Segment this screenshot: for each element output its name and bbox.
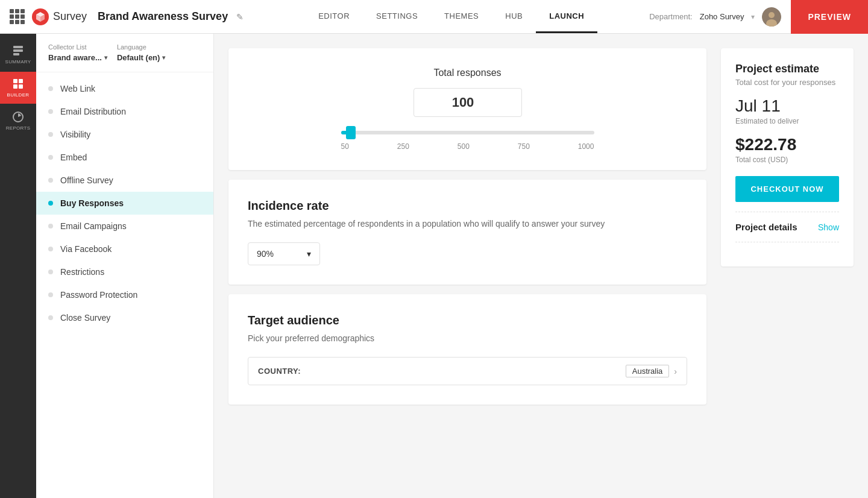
- survey-title: Brand Awareness Survey: [98, 10, 228, 23]
- logo-icon: [31, 8, 49, 26]
- tab-settings[interactable]: SETTINGS: [363, 1, 431, 33]
- nav-dot-email-campaigns: [48, 224, 53, 229]
- incidence-select-chevron-icon: ▾: [307, 249, 311, 259]
- svg-rect-9: [13, 84, 17, 89]
- incidence-rate-select[interactable]: 90% ▾: [248, 242, 320, 265]
- incidence-rate-title: Incidence rate: [248, 199, 687, 213]
- sidebar-nav-item-embed[interactable]: Embed: [36, 146, 213, 169]
- sidebar-nav-item-restrictions[interactable]: Restrictions: [36, 260, 213, 283]
- slider-thumb[interactable]: [346, 126, 356, 139]
- country-tag: Australia: [626, 365, 670, 377]
- top-nav-left: Survey Brand Awareness Survey ✎: [0, 8, 253, 26]
- responses-label: Total responses: [433, 68, 501, 78]
- slider-track-wrap: [341, 127, 594, 139]
- estimate-title: Project estimate: [735, 63, 839, 75]
- slider-container: 50 250 500 750 1000: [341, 127, 594, 151]
- svg-rect-4: [13, 46, 23, 48]
- sidebar-nav-item-password-protection[interactable]: Password Protection: [36, 283, 213, 306]
- slider-mark-1000: 1000: [578, 142, 594, 151]
- sidebar-nav-item-via-facebook[interactable]: Via Facebook: [36, 238, 213, 260]
- total-responses-card: Total responses 50 250 500: [228, 48, 706, 170]
- preview-button[interactable]: PREVIEW: [791, 0, 868, 34]
- main-panel: Total responses 50 250 500: [228, 48, 706, 484]
- country-label: COUNTRY:: [258, 367, 301, 376]
- estimate-deliver-label: Estimated to deliver: [735, 117, 839, 125]
- collector-list-label: Collector List: [48, 43, 107, 51]
- sidebar-nav-item-visibility[interactable]: Visibility: [36, 123, 213, 146]
- top-nav: Survey Brand Awareness Survey ✎ EDITOR S…: [0, 0, 868, 34]
- sidebar-item-summary[interactable]: SUMMARY: [0, 39, 36, 71]
- sidebar-nav-item-close-survey[interactable]: Close Survey: [36, 306, 213, 329]
- collector-list-section: Collector List Brand aware... ▾: [48, 43, 107, 62]
- tab-launch[interactable]: LAUNCH: [536, 1, 597, 33]
- country-row[interactable]: COUNTRY: Australia ›: [248, 357, 687, 385]
- target-audience-desc: Pick your preferred demographics: [248, 332, 687, 345]
- language-label: Language: [117, 43, 166, 51]
- sidebar-item-reports[interactable]: REPORTS: [0, 105, 36, 137]
- country-value: Australia ›: [626, 365, 677, 377]
- country-chevron-icon: ›: [674, 367, 677, 376]
- checkout-button[interactable]: CHECKOUT NOW: [735, 176, 839, 202]
- target-audience-title: Target audience: [248, 314, 687, 327]
- avatar-image: [762, 7, 781, 27]
- sidebar-nav: Web Link Email Distribution Visibility E…: [36, 72, 213, 498]
- edit-icon[interactable]: ✎: [236, 12, 244, 22]
- nav-dot-email-distribution: [48, 109, 53, 114]
- incidence-rate-desc: The estimated percentage of respondents …: [248, 218, 687, 230]
- target-audience-card: Target audience Pick your preferred demo…: [228, 294, 706, 405]
- estimate-price: $222.78: [735, 135, 839, 154]
- main-layout: SUMMARY BUILDER REPORTS Collector List: [0, 34, 868, 498]
- responses-input[interactable]: [414, 88, 522, 117]
- sidebar-item-builder[interactable]: BUILDER: [0, 72, 36, 104]
- svg-rect-5: [13, 49, 23, 52]
- sidebar-nav-item-offline-survey[interactable]: Offline Survey: [36, 169, 213, 192]
- top-nav-right: Department: Zoho Survey ▾: [649, 7, 791, 27]
- slider-mark-500: 500: [458, 142, 470, 151]
- tab-themes[interactable]: THEMES: [431, 1, 492, 33]
- dept-chevron-icon: ▾: [751, 13, 755, 21]
- sidebar-header: Collector List Brand aware... ▾ Language…: [36, 34, 213, 72]
- department-label: Department:: [649, 12, 693, 21]
- icon-sidebar: SUMMARY BUILDER REPORTS: [0, 34, 36, 498]
- sidebar-nav-item-email-distribution[interactable]: Email Distribution: [36, 100, 213, 123]
- nav-dot-embed: [48, 155, 53, 160]
- grid-icon[interactable]: [10, 9, 25, 25]
- project-details-show[interactable]: Show: [818, 222, 839, 232]
- svg-rect-6: [13, 53, 19, 55]
- collector-dropdown-chevron-icon: ▾: [104, 54, 107, 61]
- collector-list-dropdown[interactable]: Brand aware... ▾: [48, 53, 107, 62]
- nav-dot-restrictions: [48, 269, 53, 274]
- estimate-subtitle: Total cost for your responses: [735, 78, 839, 87]
- incidence-rate-card: Incidence rate The estimated percentage …: [228, 180, 706, 285]
- tab-editor[interactable]: EDITOR: [305, 1, 363, 33]
- nav-dot-via-facebook: [48, 247, 53, 251]
- language-dropdown-chevron-icon: ▾: [162, 54, 165, 61]
- reports-icon: [12, 111, 24, 123]
- sidebar-nav-item-buy-responses[interactable]: Buy Responses: [36, 192, 213, 215]
- department-select[interactable]: Zoho Survey: [700, 12, 744, 21]
- avatar[interactable]: [762, 7, 781, 27]
- slider-mark-50: 50: [341, 142, 349, 151]
- sidebar-nav-item-email-campaigns[interactable]: Email Campaigns: [36, 215, 213, 238]
- slider-track: [341, 131, 594, 134]
- divider-bottom: [735, 242, 839, 242]
- nav-dot-offline-survey: [48, 178, 53, 183]
- divider: [735, 212, 839, 212]
- estimate-date: Jul 11: [735, 96, 839, 116]
- nav-dot-buy-responses: [48, 201, 53, 206]
- content-area: Total responses 50 250 500: [214, 34, 868, 498]
- project-details-row: Project details Show: [735, 222, 839, 232]
- summary-icon: [12, 45, 24, 57]
- incidence-rate-value: 90%: [257, 249, 274, 259]
- responses-section: Total responses 50 250 500: [248, 68, 687, 151]
- tab-hub[interactable]: HUB: [492, 1, 536, 33]
- svg-point-2: [769, 12, 775, 18]
- svg-rect-7: [13, 79, 17, 83]
- sidebar-nav-item-web-link[interactable]: Web Link: [36, 77, 213, 100]
- svg-rect-10: [19, 84, 23, 89]
- language-dropdown[interactable]: Default (en) ▾: [117, 53, 166, 62]
- app-name: Survey: [53, 10, 87, 23]
- nav-dot-web-link: [48, 86, 53, 91]
- nav-dot-close-survey: [48, 315, 53, 320]
- project-details-label: Project details: [735, 222, 797, 232]
